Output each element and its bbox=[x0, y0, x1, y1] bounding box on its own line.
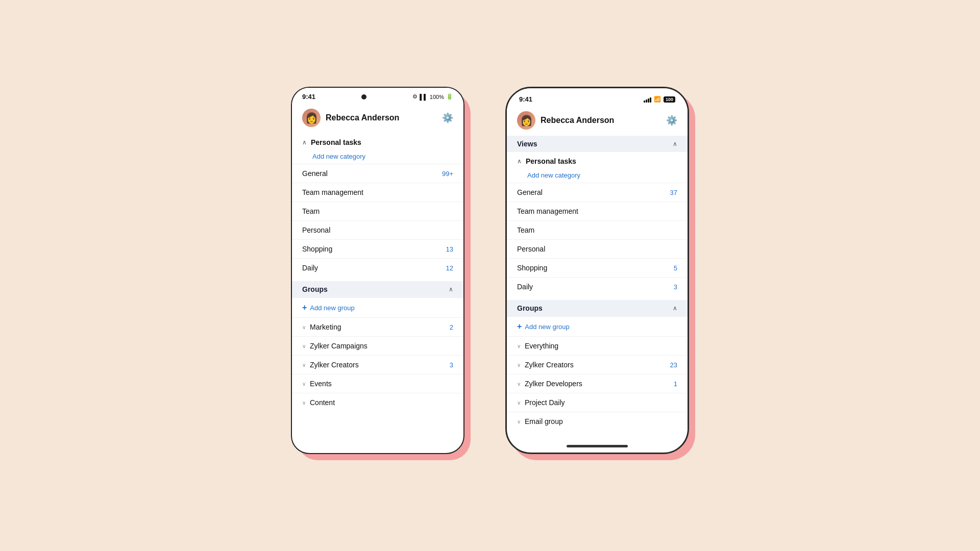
android-profile-left: 👩 Rebecca Anderson bbox=[302, 109, 399, 127]
iphone-personal-tasks-label: Personal tasks bbox=[526, 157, 576, 165]
iphone-group-zylker-developers[interactable]: ∨ Zylker Developers 1 bbox=[507, 374, 688, 393]
android-task-personal[interactable]: Personal bbox=[292, 220, 463, 239]
android-groups-list: ∨ Marketing 2 ∨ Zylker Campaigns ∨ Zylke… bbox=[292, 317, 463, 412]
iphone-views-label: Views bbox=[517, 140, 537, 148]
iphone-task-daily[interactable]: Daily 3 bbox=[507, 277, 688, 296]
iphone-group-email-left: ∨ Email group bbox=[517, 417, 563, 425]
iphone-app-content[interactable]: 👩 Rebecca Anderson ⚙️ Views ∧ ∧ Personal… bbox=[507, 105, 688, 441]
android-add-category[interactable]: Add new category bbox=[292, 148, 463, 164]
wifi-icon: ⚙ bbox=[412, 93, 418, 100]
iphone-task-daily-name: Daily bbox=[517, 283, 533, 291]
android-phone-wrapper: 9:41 ⚙ ▌▌ 100% 🔋 👩 Rebecca Anderson ⚙️ bbox=[291, 87, 464, 464]
iphone-group-project-daily[interactable]: ∨ Project Daily bbox=[507, 393, 688, 412]
android-campaigns-chevron: ∨ bbox=[302, 343, 306, 349]
android-add-category-link[interactable]: Add new category bbox=[312, 153, 365, 160]
android-group-content[interactable]: ∨ Content bbox=[292, 393, 463, 412]
iphone-task-shopping[interactable]: Shopping 5 bbox=[507, 258, 688, 277]
android-group-campaigns-name: Zylker Campaigns bbox=[310, 342, 368, 350]
android-task-daily[interactable]: Daily 12 bbox=[292, 258, 463, 277]
android-app-content[interactable]: 👩 Rebecca Anderson ⚙️ ∧ Personal tasks A… bbox=[292, 103, 463, 453]
android-add-group[interactable]: + Add new group bbox=[292, 297, 463, 317]
iphone-battery-badge: 100 bbox=[664, 96, 675, 103]
iphone-task-daily-count: 3 bbox=[674, 283, 677, 291]
iphone-group-creators-count: 23 bbox=[670, 361, 677, 369]
iphone-task-personal-name: Personal bbox=[517, 245, 545, 253]
iphone-profile-name: Rebecca Anderson bbox=[541, 116, 614, 125]
iphone-personal-tasks-chevron: ∧ bbox=[517, 158, 522, 165]
android-group-events-name: Events bbox=[310, 380, 332, 388]
iphone-group-email-group[interactable]: ∨ Email group bbox=[507, 412, 688, 431]
iphone-project-daily-chevron: ∨ bbox=[517, 400, 521, 406]
android-group-marketing[interactable]: ∨ Marketing 2 bbox=[292, 317, 463, 336]
iphone-task-general-name: General bbox=[517, 188, 543, 196]
iphone-add-group-link[interactable]: Add new group bbox=[525, 323, 569, 331]
iphone-status-icons: 📶 100 bbox=[644, 96, 675, 103]
iphone-group-developers-name: Zylker Developers bbox=[525, 380, 582, 388]
iphone-wrapper: 9:41 📶 100 👩 Rebecca An bbox=[505, 87, 689, 464]
android-group-zylker-campaigns[interactable]: ∨ Zylker Campaigns bbox=[292, 336, 463, 355]
android-group-creators-count: 3 bbox=[450, 361, 453, 369]
iphone-task-team[interactable]: Team bbox=[507, 220, 688, 239]
android-personal-tasks-label: Personal tasks bbox=[311, 138, 361, 146]
iphone-avatar: 👩 bbox=[517, 111, 535, 130]
android-groups-label: Groups bbox=[302, 285, 328, 293]
android-status-icons: ⚙ ▌▌ 100% 🔋 bbox=[412, 93, 453, 100]
iphone-time: 9:41 bbox=[519, 95, 532, 103]
iphone-views-chevron: ∧ bbox=[673, 140, 677, 147]
android-settings-icon[interactable]: ⚙️ bbox=[442, 112, 453, 123]
android-task-daily-name: Daily bbox=[302, 264, 318, 272]
signal-icon: ▌▌ bbox=[420, 94, 428, 100]
iphone-views-header[interactable]: Views ∧ bbox=[507, 136, 688, 152]
android-plus-icon: + bbox=[302, 303, 307, 312]
android-personal-tasks-header[interactable]: ∧ Personal tasks bbox=[292, 133, 463, 148]
iphone-task-list: General 37 Team management Team Personal… bbox=[507, 183, 688, 296]
iphone-group-everything[interactable]: ∨ Everything bbox=[507, 336, 688, 355]
signal-bar-2 bbox=[646, 99, 647, 103]
android-group-creators-name: Zylker Creators bbox=[310, 361, 359, 369]
iphone-email-chevron: ∨ bbox=[517, 419, 521, 424]
iphone-add-category[interactable]: Add new category bbox=[507, 167, 688, 183]
android-task-team[interactable]: Team bbox=[292, 202, 463, 220]
iphone-task-general-count: 37 bbox=[670, 189, 677, 196]
android-profile-name: Rebecca Anderson bbox=[326, 113, 399, 122]
android-group-events[interactable]: ∨ Events bbox=[292, 374, 463, 393]
iphone-creators-chevron: ∨ bbox=[517, 362, 521, 368]
android-group-content-name: Content bbox=[310, 398, 335, 407]
iphone-add-category-link[interactable]: Add new category bbox=[527, 171, 580, 179]
android-groups-chevron: ∧ bbox=[449, 286, 453, 293]
android-camera bbox=[361, 94, 366, 99]
iphone-profile-header: 👩 Rebecca Anderson ⚙️ bbox=[507, 105, 688, 136]
android-groups-header[interactable]: Groups ∧ bbox=[292, 281, 463, 297]
iphone-task-personal[interactable]: Personal bbox=[507, 239, 688, 258]
iphone-group-project-daily-name: Project Daily bbox=[525, 398, 565, 407]
iphone-group-zylker-creators[interactable]: ∨ Zylker Creators 23 bbox=[507, 355, 688, 374]
android-task-shopping-name: Shopping bbox=[302, 245, 332, 253]
android-task-shopping[interactable]: Shopping 13 bbox=[292, 239, 463, 258]
iphone-avatar-face: 👩 bbox=[520, 114, 533, 127]
android-task-team-mgmt[interactable]: Team management bbox=[292, 183, 463, 202]
android-add-group-link[interactable]: Add new group bbox=[310, 304, 354, 312]
iphone-task-general[interactable]: General 37 bbox=[507, 183, 688, 202]
android-task-team-mgmt-name: Team management bbox=[302, 188, 363, 196]
android-events-chevron: ∨ bbox=[302, 381, 306, 387]
android-task-general-name: General bbox=[302, 169, 328, 178]
android-avatar-face: 👩 bbox=[305, 112, 318, 124]
iphone-task-team-mgmt[interactable]: Team management bbox=[507, 202, 688, 220]
iphone-profile-left: 👩 Rebecca Anderson bbox=[517, 111, 614, 130]
iphone-settings-icon[interactable]: ⚙️ bbox=[666, 115, 677, 126]
iphone-home-bar bbox=[567, 445, 628, 447]
android-group-zylker-creators[interactable]: ∨ Zylker Creators 3 bbox=[292, 355, 463, 374]
iphone-group-developers-left: ∨ Zylker Developers bbox=[517, 380, 582, 388]
iphone-add-group[interactable]: + Add new group bbox=[507, 316, 688, 336]
android-group-campaigns-left: ∨ Zylker Campaigns bbox=[302, 342, 368, 350]
signal-bar-3 bbox=[648, 98, 649, 103]
signal-bar-1 bbox=[644, 101, 645, 103]
signal-bar-4 bbox=[650, 97, 651, 103]
android-task-daily-count: 12 bbox=[446, 264, 453, 272]
iphone-groups-header[interactable]: Groups ∧ bbox=[507, 300, 688, 316]
iphone-group-developers-count: 1 bbox=[674, 380, 677, 388]
iphone-plus-icon: + bbox=[517, 322, 522, 331]
android-avatar: 👩 bbox=[302, 109, 321, 127]
iphone-personal-tasks-header[interactable]: ∧ Personal tasks bbox=[507, 152, 688, 167]
android-task-general[interactable]: General 99+ bbox=[292, 164, 463, 183]
